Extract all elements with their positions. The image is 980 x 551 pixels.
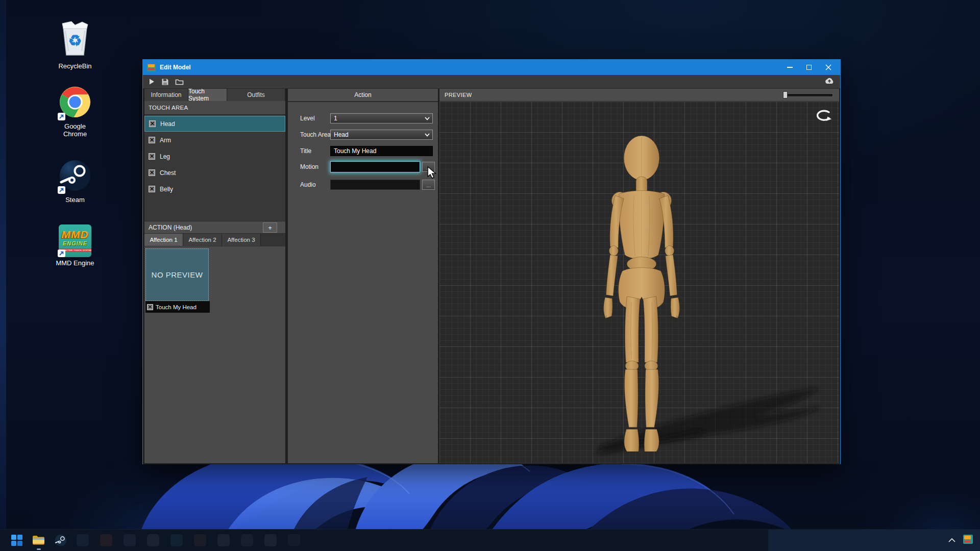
tab-information[interactable]: Information <box>144 89 188 101</box>
action-list-title: ACTION (Head) <box>149 224 192 231</box>
level-value: 1 <box>334 115 337 122</box>
add-action-button[interactable]: + <box>263 222 277 233</box>
slider-handle[interactable] <box>783 91 788 98</box>
tab-touch-system[interactable]: Touch System <box>188 89 227 101</box>
checkbox-checked-icon[interactable]: ✕ <box>149 120 156 127</box>
chevron-up-icon[interactable] <box>948 538 956 543</box>
steam-taskbar-button[interactable] <box>54 534 67 547</box>
touch-area-value: Head <box>334 131 349 138</box>
app-icon <box>147 64 156 71</box>
close-button[interactable] <box>825 64 832 71</box>
recyclebin-icon: ♻ <box>58 20 92 60</box>
checkbox-checked-icon[interactable]: ✕ <box>149 169 155 176</box>
steam-icon <box>55 534 67 546</box>
no-preview-text: NO PREVIEW <box>152 270 203 279</box>
action-item-thumbnail[interactable]: NO PREVIEW <box>145 248 209 301</box>
preview-viewport[interactable] <box>439 102 839 463</box>
audio-browse-button[interactable]: ... <box>422 180 435 190</box>
checkbox-checked-icon[interactable]: ✕ <box>149 137 155 143</box>
touch-area-empty-space <box>144 197 285 221</box>
dimmed-taskbar-icon[interactable] <box>264 534 277 546</box>
desktop-icon-chrome[interactable]: Google Chrome <box>47 86 103 138</box>
dimmed-taskbar-icon[interactable] <box>241 534 253 546</box>
checkbox-checked-icon[interactable]: ✕ <box>149 186 155 192</box>
maximize-icon <box>806 65 812 70</box>
mmd-icon-text: ENGINE <box>63 241 87 246</box>
tab-affection-2[interactable]: Affection 2 <box>183 234 222 246</box>
preview-panel: PREVIEW <box>439 89 839 463</box>
chevron-down-icon <box>425 133 430 137</box>
save-icon[interactable] <box>161 78 169 86</box>
tab-outfits[interactable]: Outfits <box>227 89 285 101</box>
minimize-icon <box>787 67 793 68</box>
preview-zoom-slider[interactable] <box>783 93 833 97</box>
touch-area-row-head[interactable]: ✕ Head <box>144 116 285 132</box>
dimmed-taskbar-icon[interactable] <box>217 534 230 546</box>
desktop-icon-label: RecycleBin <box>58 62 91 70</box>
action-item-label: Touch My Head <box>156 304 197 310</box>
svg-text:♻: ♻ <box>68 32 82 49</box>
dimmed-taskbar-icon[interactable] <box>147 534 159 546</box>
tab-affection-1[interactable]: Affection 1 <box>144 234 183 246</box>
touch-area-label: Leg <box>160 153 170 160</box>
desktop-icon-mmd-engine[interactable]: MMD ENGINE CHARACTER TOUCH SYSTEM MMD En… <box>47 224 103 267</box>
running-app-indicator <box>37 548 41 550</box>
action-panel: Action Level 1 Touch Area Head <box>288 89 438 463</box>
file-explorer-button[interactable] <box>32 534 45 547</box>
open-folder-icon[interactable] <box>175 78 184 85</box>
touch-area-row-leg[interactable]: ✕ Leg <box>144 148 285 164</box>
play-icon[interactable] <box>148 78 155 85</box>
windows-logo-icon <box>11 535 22 546</box>
level-label: Level <box>300 115 315 122</box>
tab-affection-3[interactable]: Affection 3 <box>222 234 261 246</box>
touch-area-row-chest[interactable]: ✕ Chest <box>144 165 285 181</box>
taskbar <box>0 529 980 551</box>
desktop-icon-label: Google Chrome <box>59 122 91 138</box>
window-title: Edit Model <box>160 64 191 71</box>
cloud-upload-icon[interactable] <box>824 77 835 85</box>
touch-area-select[interactable]: Head <box>330 130 433 140</box>
mmd-icon-text: MMD <box>61 230 88 240</box>
chevron-down-icon <box>425 117 430 120</box>
touch-area-label: Head <box>160 120 175 128</box>
action-items-area: NO PREVIEW ✕ Touch My Head <box>144 246 285 463</box>
dimmed-taskbar-icon[interactable] <box>124 534 136 546</box>
touch-area-field-label: Touch Area <box>300 131 331 138</box>
mouse-cursor <box>427 166 438 179</box>
minimize-button[interactable] <box>786 64 793 71</box>
level-select[interactable]: 1 <box>330 113 433 123</box>
motion-input[interactable] <box>330 161 420 172</box>
dimmed-taskbar-icon[interactable] <box>288 534 300 546</box>
checkbox-checked-icon[interactable]: ✕ <box>147 304 153 310</box>
system-tray <box>948 530 973 551</box>
shortcut-arrow-icon <box>58 113 65 120</box>
audio-input[interactable] <box>330 180 420 190</box>
action-item-label-bar[interactable]: ✕ Touch My Head <box>145 301 210 313</box>
touch-area-label: Arm <box>160 137 171 144</box>
desktop-icon-steam[interactable]: Steam <box>47 159 103 204</box>
maximize-button[interactable] <box>805 64 813 71</box>
checkbox-checked-icon[interactable]: ✕ <box>149 153 155 160</box>
mmd-engine-tray-icon[interactable] <box>963 535 973 546</box>
desktop: ♻ RecycleBin Google Chrome <box>0 0 980 551</box>
title-input[interactable]: Touch My Head <box>330 146 433 156</box>
rotate-view-icon[interactable] <box>814 109 832 123</box>
action-form: Level 1 Touch Area Head <box>288 102 438 463</box>
motion-label: Motion <box>300 163 318 170</box>
touch-area-row: Touch Area Head <box>288 129 438 140</box>
shortcut-arrow-icon <box>58 186 65 194</box>
dimmed-taskbar-icon[interactable] <box>100 534 112 546</box>
close-icon <box>825 64 831 70</box>
mannequin-figure[interactable] <box>583 134 700 459</box>
start-button[interactable] <box>10 534 23 547</box>
action-list-header: ACTION (Head) + <box>144 221 285 234</box>
dimmed-taskbar-icon[interactable] <box>77 534 89 546</box>
touch-area-row-arm[interactable]: ✕ Arm <box>144 132 285 148</box>
motion-row: Motion ... <box>288 161 438 172</box>
dimmed-taskbar-icon[interactable] <box>170 534 183 546</box>
desktop-icon-recyclebin[interactable]: ♻ RecycleBin <box>47 20 103 70</box>
touch-area-row-belly[interactable]: ✕ Belly <box>144 181 285 197</box>
dimmed-taskbar-icon[interactable] <box>194 534 206 546</box>
mmd-engine-icon: MMD ENGINE CHARACTER TOUCH SYSTEM <box>59 224 91 257</box>
titlebar[interactable]: Edit Model <box>143 60 840 75</box>
